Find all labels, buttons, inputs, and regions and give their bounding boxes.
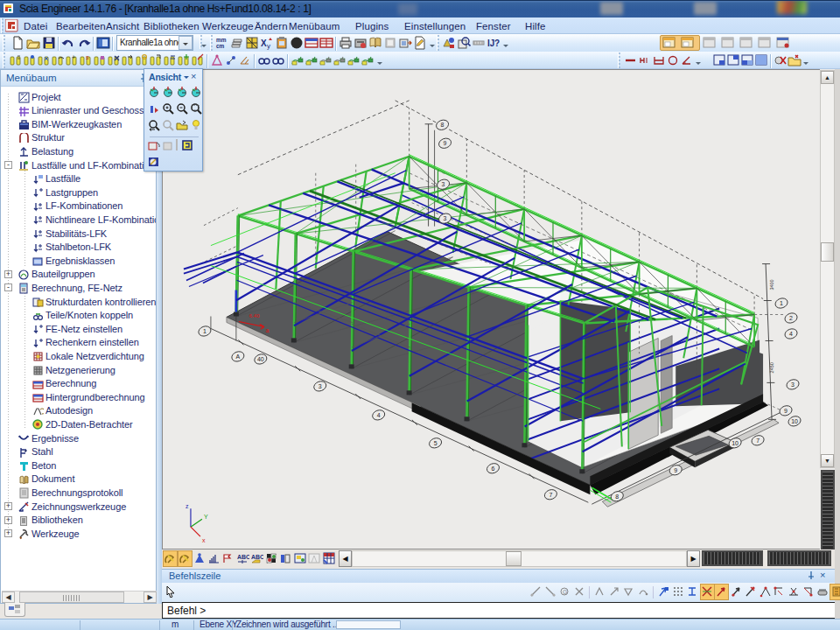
svg-text:5: 5 xyxy=(434,440,438,446)
svg-text:ABC: ABC xyxy=(237,554,249,560)
svg-text:9: 9 xyxy=(674,467,677,473)
svg-text:4: 4 xyxy=(377,412,381,418)
svg-text:cm: cm xyxy=(216,43,225,49)
svg-text:3400: 3400 xyxy=(769,279,774,290)
svg-text:a: a xyxy=(266,327,270,333)
svg-text:10: 10 xyxy=(732,440,738,446)
svg-text:40: 40 xyxy=(257,356,264,362)
svg-text:10: 10 xyxy=(791,418,798,424)
svg-text:8: 8 xyxy=(441,122,444,128)
svg-text:y: y xyxy=(267,42,270,50)
svg-text:ABC: ABC xyxy=(251,554,263,560)
svg-text:9: 9 xyxy=(444,140,447,146)
svg-text:z: z xyxy=(186,503,189,509)
svg-text:9: 9 xyxy=(784,408,788,414)
svg-text:?: ? xyxy=(494,38,500,48)
svg-text:4: 4 xyxy=(789,331,793,337)
svg-text:mm: mm xyxy=(216,37,227,43)
svg-text:A: A xyxy=(236,354,241,360)
svg-text:x: x xyxy=(202,537,206,543)
svg-text:Y: Y xyxy=(204,514,208,520)
svg-text:2450: 2450 xyxy=(769,362,774,373)
svg-text:1: 1 xyxy=(203,328,206,334)
svg-text:2: 2 xyxy=(789,315,793,321)
svg-text:8: 8 xyxy=(615,494,619,500)
svg-text:7: 7 xyxy=(549,492,552,498)
svg-text:3: 3 xyxy=(791,382,794,388)
svg-text:3: 3 xyxy=(444,215,447,221)
svg-text:6: 6 xyxy=(492,466,495,472)
svg-text:6.40: 6.40 xyxy=(249,313,260,318)
svg-text:3: 3 xyxy=(442,181,445,187)
svg-text:7: 7 xyxy=(756,438,760,444)
svg-text:s: s xyxy=(86,54,89,60)
svg-text:1: 1 xyxy=(780,300,783,306)
svg-text:+: + xyxy=(72,54,75,60)
svg-text:3: 3 xyxy=(318,383,322,389)
svg-text:X: X xyxy=(261,38,267,48)
svg-text:G: G xyxy=(563,589,567,595)
